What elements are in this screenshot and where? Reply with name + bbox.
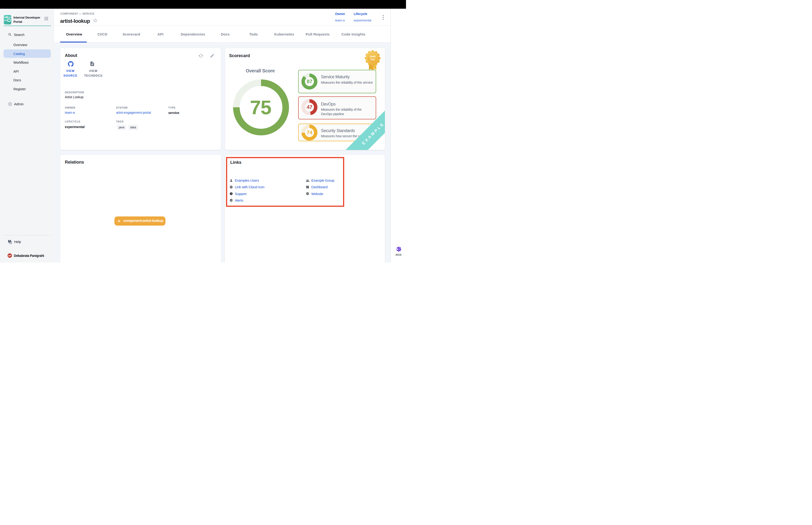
svg-text:Gold: Gold xyxy=(370,55,376,58)
svg-text:Tier: Tier xyxy=(370,58,375,61)
svg-text:?: ? xyxy=(9,240,10,242)
